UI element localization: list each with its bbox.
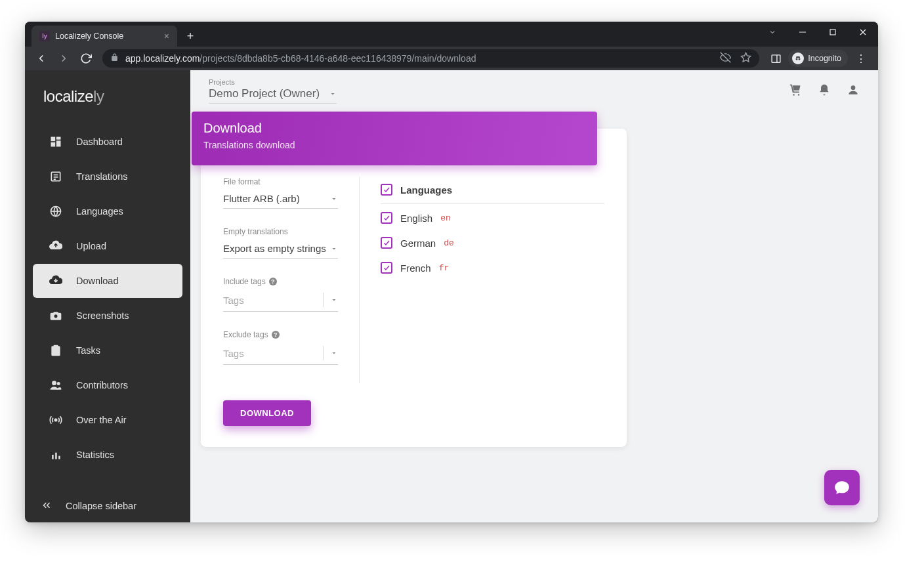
people-icon	[49, 378, 63, 392]
sidebar-item-label: Over the Air	[76, 415, 127, 425]
svg-rect-21	[54, 345, 58, 347]
chat-icon	[833, 479, 850, 496]
svg-marker-5	[742, 52, 751, 61]
close-window-button[interactable]	[848, 22, 878, 43]
sidebar-item-screenshots[interactable]: Screenshots	[33, 299, 182, 333]
help-icon[interactable]: ?	[269, 278, 277, 285]
svg-rect-26	[55, 453, 57, 459]
dashboard-icon	[49, 135, 63, 149]
download-button[interactable]: DOWNLOAD	[223, 400, 311, 426]
chevron-down-icon	[330, 195, 338, 203]
forward-button[interactable]	[54, 49, 74, 68]
new-tab-button[interactable]: +	[181, 27, 200, 45]
upload-icon	[49, 239, 63, 253]
sidebar: localizely Dashboard Translations Langua…	[25, 70, 190, 522]
chevron-down-icon	[329, 90, 337, 98]
url-input[interactable]: app.localizely.com/projects/8dbda8b5-cb6…	[102, 49, 759, 68]
sidebar-item-contributors[interactable]: Contributors	[33, 368, 182, 402]
language-row: English en	[381, 205, 604, 230]
empty-translations-select[interactable]: Export as empty strings	[223, 240, 338, 259]
svg-rect-10	[51, 137, 56, 142]
svg-rect-27	[58, 456, 60, 459]
exclude-tags-label: Exclude tags?	[223, 330, 338, 339]
language-name: German	[400, 238, 436, 249]
language-checkbox[interactable]	[381, 262, 392, 274]
svg-point-8	[796, 58, 798, 60]
sidebar-item-statistics[interactable]: Statistics	[33, 438, 182, 472]
svg-rect-6	[772, 54, 780, 62]
close-icon[interactable]: ×	[164, 31, 169, 41]
sidebar-item-label: Contributors	[76, 380, 128, 390]
sidebar-item-translations[interactable]: Translations	[33, 159, 182, 194]
url-text: app.localizely.com/projects/8dbda8b5-cb6…	[125, 53, 713, 64]
sidebar-item-upload[interactable]: Upload	[33, 229, 182, 263]
help-icon[interactable]: ?	[272, 331, 280, 339]
cart-icon[interactable]	[789, 83, 802, 99]
chevrons-left-icon	[41, 499, 52, 513]
svg-rect-1	[830, 30, 835, 35]
project-selector[interactable]: Projects Demo Project (Owner)	[209, 78, 337, 104]
svg-rect-11	[56, 137, 61, 140]
file-format-select[interactable]: Flutter ARB (.arb)	[223, 190, 338, 209]
clipboard-icon	[49, 343, 63, 358]
tab-favicon-icon: ly	[39, 31, 50, 41]
sidebar-item-dashboard[interactable]: Dashboard	[33, 125, 182, 159]
download-card: Download Translations download File form…	[201, 129, 627, 447]
chevron-down-icon[interactable]	[757, 22, 788, 43]
svg-point-28	[793, 94, 795, 96]
language-code: en	[440, 213, 451, 223]
card-header: Download Translations download	[192, 112, 597, 165]
language-code: fr	[439, 263, 450, 273]
back-button[interactable]	[32, 49, 51, 68]
panel-icon[interactable]	[766, 49, 786, 68]
sidebar-item-ota[interactable]: Over the Air	[33, 403, 182, 437]
incognito-chip[interactable]: Incognito	[788, 50, 848, 67]
chat-widget-button[interactable]	[824, 470, 860, 505]
browser-addressbar: app.localizely.com/projects/8dbda8b5-cb6…	[25, 47, 878, 70]
lock-icon	[110, 53, 119, 64]
exclude-tags-select[interactable]: Tags	[223, 343, 338, 365]
bell-icon[interactable]	[818, 83, 831, 99]
language-checkbox[interactable]	[381, 237, 392, 249]
collapse-sidebar-button[interactable]: Collapse sidebar	[25, 490, 190, 522]
sidebar-item-languages[interactable]: Languages	[33, 194, 182, 228]
tab-title: Localizely Console	[55, 32, 159, 41]
language-checkbox[interactable]	[381, 212, 392, 224]
reload-button[interactable]	[76, 49, 96, 68]
sidebar-item-tasks[interactable]: Tasks	[33, 333, 182, 368]
language-row: German de	[381, 230, 604, 255]
sidebar-item-label: Languages	[76, 206, 123, 217]
sidebar-item-label: Statistics	[76, 450, 114, 460]
svg-point-23	[57, 382, 60, 385]
languages-header-row: Languages	[381, 177, 604, 204]
svg-rect-12	[56, 140, 61, 146]
language-name: English	[400, 213, 432, 224]
user-icon[interactable]	[847, 83, 860, 99]
menu-button[interactable]: ⋮	[850, 52, 872, 65]
bar-chart-icon	[49, 448, 63, 462]
languages-all-checkbox[interactable]	[381, 184, 392, 196]
sidebar-item-download[interactable]: Download	[33, 264, 182, 298]
star-icon[interactable]	[740, 52, 751, 65]
card-subtitle: Translations download	[203, 140, 585, 150]
sidebar-item-label: Dashboard	[76, 136, 123, 147]
topbar: Projects Demo Project (Owner)	[190, 70, 878, 109]
broadcast-icon	[49, 413, 63, 427]
download-icon	[49, 274, 63, 288]
file-format-label: File format	[223, 177, 338, 186]
chevron-down-icon	[330, 245, 338, 253]
include-tags-select[interactable]: Tags	[223, 290, 338, 312]
camera-icon	[49, 308, 63, 323]
svg-rect-13	[51, 142, 56, 147]
logo: localizely	[25, 70, 190, 121]
projects-label: Projects	[209, 78, 337, 86]
eye-off-icon[interactable]	[720, 52, 731, 65]
list-icon	[49, 169, 63, 184]
browser-tab[interactable]: ly Localizely Console ×	[32, 26, 177, 47]
maximize-button[interactable]	[818, 22, 848, 43]
sidebar-item-label: Upload	[76, 241, 106, 251]
svg-point-22	[52, 381, 56, 385]
chevron-down-icon	[330, 296, 338, 304]
svg-point-24	[54, 419, 56, 421]
minimize-button[interactable]	[788, 22, 818, 43]
